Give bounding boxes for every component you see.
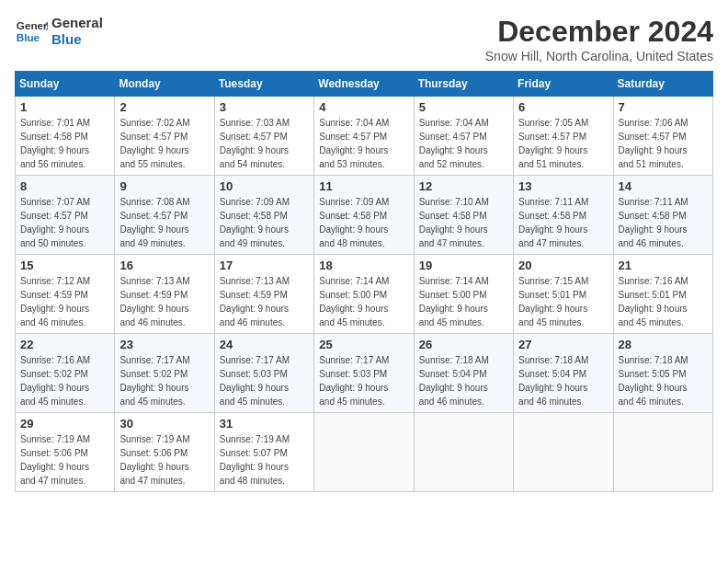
title-section: December 2024 Snow Hill, North Carolina,… [485,15,713,63]
month-title: December 2024 [485,15,713,49]
day-number: 31 [220,417,309,431]
day-info: Sunrise: 7:12 AM Sunset: 4:59 PM Dayligh… [20,274,109,329]
day-info: Sunrise: 7:09 AM Sunset: 4:58 PM Dayligh… [220,195,309,250]
day-number: 10 [220,179,309,193]
day-info: Sunrise: 7:19 AM Sunset: 5:06 PM Dayligh… [119,432,209,488]
calendar-header-row: SundayMondayTuesdayWednesdayThursdayFrid… [16,72,713,97]
day-number: 4 [319,100,408,114]
day-info: Sunrise: 7:03 AM Sunset: 4:57 PM Dayligh… [220,116,309,171]
day-number: 11 [319,179,408,193]
day-number: 17 [220,259,309,272]
calendar-cell: 21Sunrise: 7:16 AM Sunset: 5:01 PM Dayli… [613,255,712,334]
calendar-cell: 17Sunrise: 7:13 AM Sunset: 4:59 PM Dayli… [214,255,313,334]
day-number: 19 [419,259,508,272]
day-info: Sunrise: 7:04 AM Sunset: 4:57 PM Dayligh… [419,116,508,171]
calendar-cell: 28Sunrise: 7:18 AM Sunset: 5:05 PM Dayli… [613,334,712,413]
day-number: 7 [619,100,708,114]
day-number: 5 [419,100,508,114]
day-number: 24 [220,338,309,351]
day-info: Sunrise: 7:17 AM Sunset: 5:03 PM Dayligh… [220,353,309,408]
day-number: 20 [518,259,608,272]
day-number: 2 [119,100,209,114]
location-text: Snow Hill, North Carolina, United States [485,49,713,63]
calendar-cell: 29Sunrise: 7:19 AM Sunset: 5:06 PM Dayli… [16,413,115,492]
calendar-cell: 15Sunrise: 7:12 AM Sunset: 4:59 PM Dayli… [16,255,115,334]
day-info: Sunrise: 7:02 AM Sunset: 4:57 PM Dayligh… [119,116,209,171]
calendar-cell: 13Sunrise: 7:11 AM Sunset: 4:58 PM Dayli… [514,176,613,255]
column-header-thursday: Thursday [414,72,513,97]
day-info: Sunrise: 7:17 AM Sunset: 5:03 PM Dayligh… [319,353,408,408]
day-number: 23 [119,338,209,351]
day-info: Sunrise: 7:16 AM Sunset: 5:01 PM Dayligh… [619,274,708,329]
calendar-cell [414,413,513,492]
column-header-saturday: Saturday [613,72,712,97]
day-info: Sunrise: 7:10 AM Sunset: 4:58 PM Dayligh… [419,195,508,250]
calendar-cell: 23Sunrise: 7:17 AM Sunset: 5:02 PM Dayli… [115,334,214,413]
day-info: Sunrise: 7:17 AM Sunset: 5:02 PM Dayligh… [119,353,209,408]
day-number: 14 [619,179,708,193]
calendar-cell [613,413,712,492]
calendar-cell: 16Sunrise: 7:13 AM Sunset: 4:59 PM Dayli… [115,255,214,334]
day-info: Sunrise: 7:14 AM Sunset: 5:00 PM Dayligh… [419,274,508,329]
logo: General Blue General Blue [15,15,103,48]
day-info: Sunrise: 7:13 AM Sunset: 4:59 PM Dayligh… [119,274,209,329]
svg-text:Blue: Blue [17,31,40,43]
calendar-cell: 5Sunrise: 7:04 AM Sunset: 4:57 PM Daylig… [414,97,513,176]
calendar-cell: 22Sunrise: 7:16 AM Sunset: 5:02 PM Dayli… [16,334,115,413]
calendar-table: SundayMondayTuesdayWednesdayThursdayFrid… [15,71,713,492]
calendar-cell: 30Sunrise: 7:19 AM Sunset: 5:06 PM Dayli… [115,413,214,492]
day-info: Sunrise: 7:13 AM Sunset: 4:59 PM Dayligh… [220,274,309,329]
calendar-cell: 3Sunrise: 7:03 AM Sunset: 4:57 PM Daylig… [214,97,313,176]
day-info: Sunrise: 7:15 AM Sunset: 5:01 PM Dayligh… [518,274,608,329]
calendar-cell: 14Sunrise: 7:11 AM Sunset: 4:58 PM Dayli… [613,176,712,255]
calendar-cell: 26Sunrise: 7:18 AM Sunset: 5:04 PM Dayli… [414,334,513,413]
day-info: Sunrise: 7:19 AM Sunset: 5:07 PM Dayligh… [220,432,309,488]
calendar-week-row: 1Sunrise: 7:01 AM Sunset: 4:58 PM Daylig… [16,97,713,176]
day-info: Sunrise: 7:04 AM Sunset: 4:57 PM Dayligh… [319,116,408,171]
calendar-cell: 9Sunrise: 7:08 AM Sunset: 4:57 PM Daylig… [115,176,214,255]
day-number: 8 [20,179,109,193]
day-number: 26 [419,338,508,351]
calendar-cell: 7Sunrise: 7:06 AM Sunset: 4:57 PM Daylig… [613,97,712,176]
calendar-cell: 2Sunrise: 7:02 AM Sunset: 4:57 PM Daylig… [115,97,214,176]
calendar-cell: 19Sunrise: 7:14 AM Sunset: 5:00 PM Dayli… [414,255,513,334]
day-number: 25 [319,338,408,351]
day-info: Sunrise: 7:08 AM Sunset: 4:57 PM Dayligh… [119,195,209,250]
calendar-week-row: 22Sunrise: 7:16 AM Sunset: 5:02 PM Dayli… [16,334,713,413]
logo-icon: General Blue [15,15,48,48]
day-info: Sunrise: 7:19 AM Sunset: 5:06 PM Dayligh… [20,432,109,488]
calendar-cell: 31Sunrise: 7:19 AM Sunset: 5:07 PM Dayli… [214,413,313,492]
column-header-tuesday: Tuesday [214,72,313,97]
day-info: Sunrise: 7:09 AM Sunset: 4:58 PM Dayligh… [319,195,408,250]
calendar-cell: 12Sunrise: 7:10 AM Sunset: 4:58 PM Dayli… [414,176,513,255]
day-info: Sunrise: 7:06 AM Sunset: 4:57 PM Dayligh… [619,116,708,171]
calendar-cell: 6Sunrise: 7:05 AM Sunset: 4:57 PM Daylig… [514,97,613,176]
day-number: 28 [619,338,708,351]
day-info: Sunrise: 7:01 AM Sunset: 4:58 PM Dayligh… [20,116,109,171]
day-info: Sunrise: 7:11 AM Sunset: 4:58 PM Dayligh… [518,195,608,250]
calendar-cell: 20Sunrise: 7:15 AM Sunset: 5:01 PM Dayli… [514,255,613,334]
day-number: 6 [518,100,608,114]
column-header-monday: Monday [115,72,214,97]
day-info: Sunrise: 7:07 AM Sunset: 4:57 PM Dayligh… [20,195,109,250]
logo-general: General [51,15,103,31]
calendar-cell: 18Sunrise: 7:14 AM Sunset: 5:00 PM Dayli… [314,255,414,334]
day-info: Sunrise: 7:18 AM Sunset: 5:04 PM Dayligh… [419,353,508,408]
logo-blue: Blue [51,31,103,48]
day-number: 9 [119,179,209,193]
day-info: Sunrise: 7:14 AM Sunset: 5:00 PM Dayligh… [319,274,408,329]
day-number: 15 [20,259,109,272]
calendar-cell: 11Sunrise: 7:09 AM Sunset: 4:58 PM Dayli… [314,176,414,255]
day-number: 22 [20,338,109,351]
column-header-sunday: Sunday [16,72,115,97]
day-info: Sunrise: 7:16 AM Sunset: 5:02 PM Dayligh… [20,353,109,408]
day-number: 27 [518,338,608,351]
day-number: 3 [220,100,309,114]
calendar-week-row: 15Sunrise: 7:12 AM Sunset: 4:59 PM Dayli… [16,255,713,334]
day-number: 29 [20,417,109,431]
day-number: 12 [419,179,508,193]
calendar-cell: 27Sunrise: 7:18 AM Sunset: 5:04 PM Dayli… [514,334,613,413]
calendar-week-row: 8Sunrise: 7:07 AM Sunset: 4:57 PM Daylig… [16,176,713,255]
calendar-week-row: 29Sunrise: 7:19 AM Sunset: 5:06 PM Dayli… [16,413,713,492]
column-header-friday: Friday [514,72,613,97]
